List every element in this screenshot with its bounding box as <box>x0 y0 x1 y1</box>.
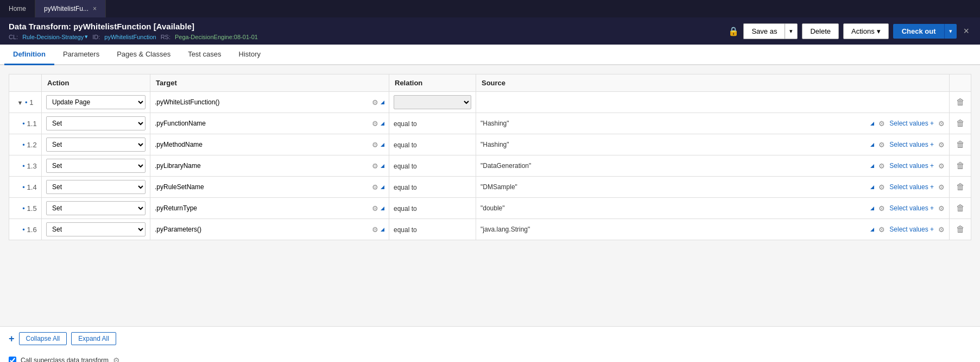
actions-button[interactable]: Actions ▾ <box>843 23 889 39</box>
target-corner-mark <box>381 164 384 168</box>
row-number-cell: • 1.2 <box>9 134 42 155</box>
relation-text: equal to <box>394 184 417 191</box>
save-as-button[interactable]: Save as <box>743 23 785 39</box>
superclass-checkbox[interactable] <box>9 357 16 362</box>
lock-icon[interactable]: 🔒 <box>728 26 739 36</box>
select-values-link[interactable]: Select values + <box>889 204 934 212</box>
tab-bar: Home pyWhitelistFu... × <box>0 0 980 17</box>
delete-row-icon[interactable]: 🗑 <box>956 224 965 234</box>
add-row-button[interactable]: + <box>9 333 15 345</box>
cl-value[interactable]: Rule-Decision-Strategy ▾ <box>22 33 88 40</box>
delete-row-icon[interactable]: 🗑 <box>956 203 965 213</box>
source-settings-icon[interactable]: ⚙ <box>938 162 945 170</box>
close-tab-icon[interactable]: × <box>93 5 97 13</box>
row-toggle[interactable]: ▼ <box>17 99 23 106</box>
expand-all-button[interactable]: Expand All <box>71 332 116 345</box>
relation-text: equal to <box>394 141 417 149</box>
target-settings-icon[interactable]: ⚙ <box>372 183 378 191</box>
delete-row-icon[interactable]: 🗑 <box>956 182 965 191</box>
delete-cell: 🗑 <box>950 113 971 134</box>
checkout-caret[interactable]: ▾ <box>944 24 957 39</box>
action-select[interactable]: Update PageSetAppendDelete <box>46 222 146 236</box>
tab-parameters[interactable]: Parameters <box>54 45 108 65</box>
action-select[interactable]: Update PageSetAppendDelete <box>46 116 146 130</box>
target-text: .pyLibraryName <box>155 162 370 170</box>
delete-row-icon[interactable]: 🗑 <box>956 118 965 128</box>
select-values-link[interactable]: Select values + <box>889 183 934 191</box>
action-select[interactable]: Update PageSetAppendDelete <box>46 159 146 173</box>
tab-test-cases[interactable]: Test cases <box>179 45 230 65</box>
target-settings-icon[interactable]: ⚙ <box>372 141 378 149</box>
source-settings-icon[interactable]: ⚙ <box>938 204 945 213</box>
row-number-cell: • 1.3 <box>9 155 42 177</box>
source-gear-icon[interactable]: ⚙ <box>878 226 885 234</box>
source-cell <box>476 92 950 113</box>
row-bullet: • <box>22 204 25 213</box>
source-settings-icon[interactable]: ⚙ <box>938 226 945 234</box>
target-cell: .pyRuleSetName ⚙ <box>150 177 389 198</box>
source-corner-mark <box>870 143 874 147</box>
checkout-button[interactable]: Check out <box>893 24 945 39</box>
delete-button[interactable]: Delete <box>802 23 839 39</box>
relation-cell <box>389 92 476 113</box>
select-values-link[interactable]: Select values + <box>889 120 934 127</box>
target-settings-icon[interactable]: ⚙ <box>372 226 378 234</box>
close-button[interactable]: × <box>961 23 971 39</box>
row-bullet: • <box>22 120 25 128</box>
tab-definition[interactable]: Definition <box>4 45 54 65</box>
source-settings-icon[interactable]: ⚙ <box>938 120 945 128</box>
header-right: 🔒 Save as ▾ Delete Actions ▾ Check out ▾… <box>728 23 971 39</box>
collapse-all-button[interactable]: Collapse All <box>19 332 67 345</box>
action-select[interactable]: Update PageSetAppendDelete <box>46 138 146 152</box>
cl-label: CL: <box>9 34 18 40</box>
source-gear-icon[interactable]: ⚙ <box>878 183 885 191</box>
relation-text: equal to <box>394 205 417 213</box>
target-cell: .pyWhiteListFunction() ⚙ <box>150 92 389 113</box>
tab-pages-classes[interactable]: Pages & Classes <box>108 45 179 65</box>
header-left: Data Transform: pyWhitelistFunction [Ava… <box>9 22 258 40</box>
row-bullet: • <box>22 162 25 170</box>
target-corner-mark <box>381 122 384 126</box>
source-gear-icon[interactable]: ⚙ <box>878 120 885 128</box>
table-row: • 1.3Update PageSetAppendDelete .pyLibra… <box>9 155 971 177</box>
target-text: .pyReturnType <box>155 204 370 212</box>
target-settings-icon[interactable]: ⚙ <box>372 98 378 107</box>
source-settings-icon[interactable]: ⚙ <box>938 183 945 191</box>
target-text: .pyWhiteListFunction() <box>155 98 370 106</box>
select-values-link[interactable]: Select values + <box>889 226 934 233</box>
source-value: "DMSample" <box>480 183 866 191</box>
info-icon[interactable]: ⚙ <box>113 356 120 362</box>
select-values-link[interactable]: Select values + <box>889 162 934 170</box>
relation-text: equal to <box>394 120 417 128</box>
delete-row-icon[interactable]: 🗑 <box>956 140 965 149</box>
source-cell: "double" ⚙ Select values + ⚙ <box>476 198 950 219</box>
relation-select[interactable] <box>394 95 471 109</box>
action-select[interactable]: Update PageSetAppendDelete <box>46 180 146 194</box>
delete-cell: 🗑 <box>950 92 971 113</box>
select-values-link[interactable]: Select values + <box>889 141 934 148</box>
row-number: 1.3 <box>27 162 37 170</box>
tab-home[interactable]: Home <box>0 0 35 17</box>
source-cell: "Hashing" ⚙ Select values + ⚙ <box>476 113 950 134</box>
delete-row-icon[interactable]: 🗑 <box>956 161 965 170</box>
source-gear-icon[interactable]: ⚙ <box>878 141 885 149</box>
action-cell: Update PageSetAppendDelete <box>42 219 150 240</box>
action-select[interactable]: Update PageSetAppendDelete <box>46 95 146 109</box>
action-cell: Update PageSetAppendDelete <box>42 177 150 198</box>
target-settings-icon[interactable]: ⚙ <box>372 162 378 170</box>
target-cell: .pyLibraryName ⚙ <box>150 155 389 177</box>
row-number-cell: • 1.1 <box>9 113 42 134</box>
save-as-caret[interactable]: ▾ <box>785 23 798 39</box>
target-text: .pyMethodName <box>155 141 370 148</box>
tab-history[interactable]: History <box>230 45 269 65</box>
delete-row-icon[interactable]: 🗑 <box>956 97 965 107</box>
source-settings-icon[interactable]: ⚙ <box>938 141 945 149</box>
target-settings-icon[interactable]: ⚙ <box>372 120 378 128</box>
col-header-action: Action <box>42 74 150 92</box>
target-settings-icon[interactable]: ⚙ <box>372 204 378 213</box>
col-header-actions <box>950 74 971 92</box>
tab-pywhitelistfu[interactable]: pyWhitelistFu... × <box>35 0 106 17</box>
source-gear-icon[interactable]: ⚙ <box>878 204 885 213</box>
action-select[interactable]: Update PageSetAppendDelete <box>46 201 146 215</box>
source-gear-icon[interactable]: ⚙ <box>878 162 885 170</box>
